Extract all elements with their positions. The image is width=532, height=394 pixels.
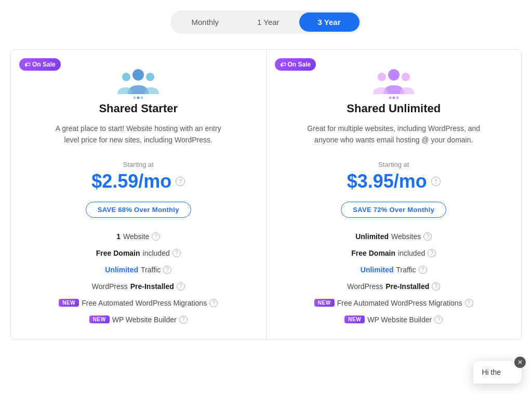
feature-traffic-starter: Unlimited Traffic ? [32, 266, 245, 274]
new-badge-migrations-starter: NEW [59, 299, 79, 307]
feature-websites-count: 1 [116, 232, 121, 241]
new-badge-builder-starter: NEW [89, 316, 110, 323]
svg-point-5 [141, 97, 143, 99]
feature-domain-unlimited-label: included [398, 249, 425, 257]
feature-websites-unlimited-label: Websites [391, 232, 421, 241]
feature-domain-unlimited: Free Domain included ? [287, 249, 501, 257]
price-help-unlimited[interactable]: ? [431, 177, 441, 186]
plan-desc-unlimited: Great for multiple websites, including W… [305, 123, 482, 146]
feature-wp-unlimited-help[interactable]: ? [432, 282, 440, 291]
feature-migrations-starter: NEW Free Automated WordPress Migrations … [32, 299, 245, 307]
svg-point-9 [389, 97, 391, 99]
feature-domain-unlimited-bold: Free Domain [351, 249, 395, 257]
features-starter: 1 Website ? Free Domain included ? Unlim… [32, 232, 245, 324]
feature-wp-label: WordPress [92, 282, 128, 291]
feature-domain-label: included [143, 249, 170, 257]
price-help-starter[interactable]: ? [176, 177, 185, 186]
feature-migrations-label: Free Automated WordPress Migrations [82, 299, 207, 307]
feature-wp-starter: WordPress Pre-Installed ? [32, 282, 245, 291]
toggle-1year[interactable]: 1 Year [238, 12, 298, 32]
feature-websites-unlimited-bold: Unlimited [355, 232, 389, 241]
plan-icon-starter [115, 65, 162, 102]
feature-domain-starter: Free Domain included ? [32, 249, 245, 257]
feature-wp-unlimited-label: WordPress [347, 282, 383, 291]
billing-toggle: Monthly 1 Year 3 Year [170, 10, 361, 34]
feature-builder-help[interactable]: ? [179, 316, 188, 324]
feature-builder-unlimited: NEW WP Website Builder ? [287, 316, 501, 324]
plan-desc-starter: A great place to start! Website hosting … [50, 123, 227, 146]
feature-wp-unlimited-bold: Pre-Installed [385, 282, 429, 291]
feature-websites-label: Website [123, 232, 149, 241]
feature-builder-unlimited-help[interactable]: ? [434, 316, 443, 324]
svg-point-4 [137, 97, 140, 99]
feature-traffic-unlimited-help[interactable]: ? [419, 266, 427, 274]
feature-traffic-unlimited: Unlimited Traffic ? [287, 266, 501, 274]
price-unlimited: $3.95/mo ? [287, 170, 501, 192]
feature-websites-starter: 1 Website ? [32, 232, 245, 241]
plan-icon-unlimited [370, 65, 417, 102]
toggle-monthly[interactable]: Monthly [172, 12, 237, 32]
toggle-3year[interactable]: 3 Year [299, 12, 360, 32]
feature-traffic-help[interactable]: ? [163, 266, 171, 274]
svg-point-0 [132, 69, 144, 81]
feature-migrations-unlimited-help[interactable]: ? [465, 299, 473, 307]
svg-point-8 [402, 73, 410, 81]
on-sale-badge-unlimited: On Sale [275, 58, 316, 71]
save-banner-unlimited: SAVE 72% Over Monthly [341, 202, 446, 218]
svg-point-3 [134, 97, 136, 99]
feature-domain-unlimited-help[interactable]: ? [428, 249, 436, 257]
plan-name-unlimited: Shared Unlimited [347, 102, 441, 115]
feature-traffic-blue: Unlimited [105, 266, 138, 274]
chat-close-button[interactable]: ✕ [514, 357, 526, 368]
feature-websites-unlimited: Unlimited Websites ? [287, 232, 501, 241]
feature-builder-unlimited-label: WP Website Builder [367, 316, 432, 324]
on-sale-badge-starter: On Sale [19, 58, 61, 71]
svg-point-11 [396, 97, 398, 99]
pricing-starter: Starting at $2.59/mo ? [32, 161, 245, 192]
plan-name-starter: Shared Starter [99, 102, 178, 115]
feature-domain-help[interactable]: ? [172, 249, 181, 257]
save-banner-starter: SAVE 68% Over Monthly [86, 202, 191, 218]
feature-traffic-label: Traffic [141, 266, 161, 274]
chat-text: Hi the [482, 368, 501, 376]
pricing-unlimited: Starting at $3.95/mo ? [287, 161, 501, 192]
starting-at-starter: Starting at [32, 161, 245, 168]
feature-migrations-unlimited: NEW Free Automated WordPress Migrations … [287, 299, 501, 307]
chat-popup: ✕ Hi the [473, 361, 522, 384]
svg-point-6 [388, 69, 400, 81]
feature-websites-help[interactable]: ? [152, 232, 160, 241]
plan-shared-starter: On Sale Shared Starter A great place to [11, 50, 267, 339]
feature-migrations-unlimited-label: Free Automated WordPress Migrations [337, 299, 462, 307]
feature-migrations-help[interactable]: ? [209, 299, 218, 307]
price-amount-starter: $2.59/mo [91, 170, 171, 192]
svg-point-1 [122, 73, 130, 81]
plans-grid: On Sale Shared Starter A great place to [10, 49, 522, 340]
page-wrapper: Monthly 1 Year 3 Year On Sale [0, 0, 532, 361]
svg-point-7 [378, 73, 386, 81]
starting-at-unlimited: Starting at [287, 161, 501, 168]
new-badge-builder-unlimited: NEW [344, 316, 365, 323]
price-starter: $2.59/mo ? [32, 170, 245, 192]
feature-domain-bold: Free Domain [96, 249, 140, 257]
feature-traffic-unlimited-label: Traffic [396, 266, 416, 274]
feature-websites-unlimited-help[interactable]: ? [423, 232, 432, 241]
feature-builder-starter: NEW WP Website Builder ? [32, 316, 245, 324]
feature-wp-unlimited: WordPress Pre-Installed ? [287, 282, 501, 291]
feature-builder-label: WP Website Builder [112, 316, 177, 324]
plan-shared-unlimited: On Sale Shared Unlimited Great for multi… [267, 50, 522, 339]
svg-point-10 [392, 97, 395, 99]
feature-wp-bold: Pre-Installed [130, 282, 174, 291]
feature-wp-help[interactable]: ? [177, 282, 185, 291]
new-badge-migrations-unlimited: NEW [314, 299, 335, 307]
features-unlimited: Unlimited Websites ? Free Domain include… [287, 232, 501, 324]
svg-point-2 [146, 73, 154, 81]
price-amount-unlimited: $3.95/mo [347, 170, 427, 192]
feature-traffic-unlimited-blue: Unlimited [361, 266, 394, 274]
